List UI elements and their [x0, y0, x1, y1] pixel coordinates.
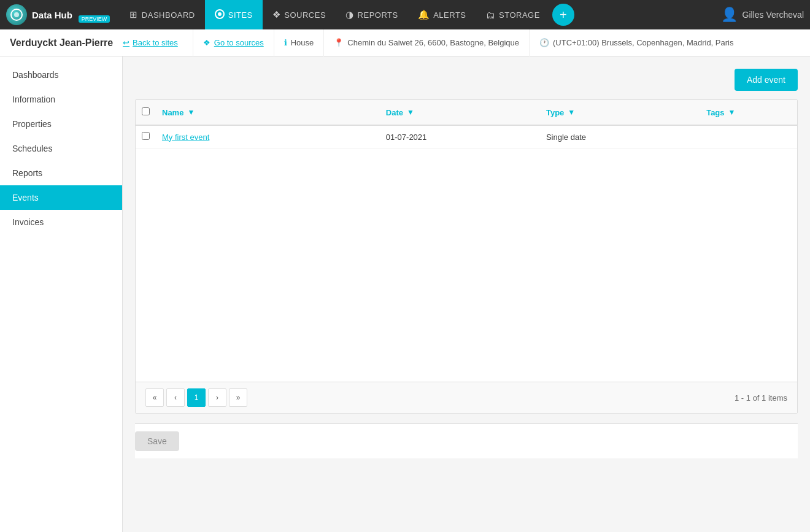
sidebar-item-schedules[interactable]: Schedules	[0, 136, 122, 161]
date-filter-icon[interactable]: ▼	[407, 108, 414, 117]
location-icon: 📍	[334, 38, 344, 47]
sources-meta-icon: ❖	[203, 38, 210, 47]
sidebar-item-reports[interactable]: Reports	[0, 161, 122, 185]
event-date: 01-07-2021	[386, 133, 427, 142]
nav-storage[interactable]: 🗂 STORAGE	[476, 0, 550, 29]
toolbar: Add event	[135, 69, 798, 91]
nav-reports-label: REPORTS	[358, 10, 398, 20]
sidebar-item-invoices[interactable]: Invoices	[0, 210, 122, 234]
sidebar-invoices-label: Invoices	[12, 217, 44, 227]
page-1-button[interactable]: 1	[187, 388, 206, 407]
sidebar-information-label: Information	[12, 94, 55, 104]
sidebar-item-information[interactable]: Information	[0, 87, 122, 112]
select-all-col	[136, 100, 156, 125]
nav-storage-label: STORAGE	[499, 10, 540, 20]
pagination: « ‹ 1 › » 1 - 1 of 1 items	[136, 382, 797, 413]
storage-icon: 🗂	[486, 10, 496, 20]
nav-sources-label: SOURCES	[284, 10, 326, 20]
nav-reports[interactable]: ◑ REPORTS	[336, 0, 408, 29]
prev-page-button[interactable]: ‹	[166, 388, 185, 407]
alerts-icon: 🔔	[418, 9, 430, 20]
clock-icon: 🕐	[539, 38, 549, 47]
sidebar-item-dashboards[interactable]: Dashboards	[0, 63, 122, 87]
site-address-item: 📍 Chemin du Saiwet 26, 6600, Bastogne, B…	[323, 29, 529, 56]
sites-icon	[215, 9, 225, 21]
logo-icon	[6, 4, 27, 25]
user-icon: 👤	[721, 7, 738, 23]
site-type-label: House	[291, 38, 314, 47]
nav-alerts-label: ALERTS	[433, 10, 466, 20]
last-page-button[interactable]: »	[229, 388, 247, 407]
table-body: My first event 01-07-2021 Single date	[136, 125, 797, 148]
reports-icon: ◑	[345, 9, 354, 20]
nav-plus-button[interactable]: +	[552, 4, 574, 26]
sidebar-item-properties[interactable]: Properties	[0, 112, 122, 136]
col-date-label: Date	[386, 108, 403, 117]
top-nav: Data Hub PREVIEW ⊞ DASHBOARD SITES ❖ SOU…	[0, 0, 810, 29]
col-header-date: Date ▼	[380, 100, 540, 125]
sidebar-schedules-label: Schedules	[12, 144, 52, 153]
dashboard-icon: ⊞	[129, 9, 138, 20]
sources-icon: ❖	[272, 9, 281, 20]
logo-text: Data Hub	[32, 10, 72, 20]
col-header-type: Type ▼	[540, 100, 700, 125]
info-icon: ℹ	[284, 38, 287, 47]
event-name-link[interactable]: My first event	[162, 133, 209, 142]
site-header: Verduyckt Jean-Pierre ↩ Back to sites ❖ …	[0, 29, 810, 56]
site-timezone-item: 🕐 (UTC+01:00) Brussels, Copenhagen, Madr…	[529, 29, 743, 56]
tags-filter-icon[interactable]: ▼	[728, 108, 736, 117]
go-to-sources-link[interactable]: Go to sources	[214, 38, 264, 47]
page-controls: « ‹ 1 › »	[145, 388, 247, 407]
add-event-button[interactable]: Add event	[735, 69, 798, 91]
back-to-sites-link[interactable]: ↩ Back to sites	[123, 38, 178, 47]
events-table-container: Name ▼ Date ▼ Type	[135, 99, 798, 414]
col-type-label: Type	[546, 108, 564, 117]
nav-sites-label: SITES	[228, 10, 253, 20]
select-all-checkbox[interactable]	[142, 107, 150, 115]
row-checkbox[interactable]	[142, 132, 150, 140]
nav-sites[interactable]: SITES	[205, 0, 263, 29]
nav-alerts[interactable]: 🔔 ALERTS	[408, 0, 476, 29]
svg-point-1	[14, 12, 19, 17]
main-layout: Dashboards Information Properties Schedu…	[0, 56, 810, 532]
nav-dashboard[interactable]: ⊞ DASHBOARD	[120, 0, 204, 29]
col-name-label: Name	[162, 108, 183, 117]
sidebar: Dashboards Information Properties Schedu…	[0, 56, 123, 532]
nav-dashboard-label: DASHBOARD	[142, 10, 195, 20]
go-to-sources-item[interactable]: ❖ Go to sources	[193, 29, 274, 56]
logo-area[interactable]: Data Hub PREVIEW	[6, 4, 110, 25]
sidebar-reports-label: Reports	[12, 168, 42, 178]
site-timezone: (UTC+01:00) Brussels, Copenhagen, Madrid…	[553, 38, 733, 47]
first-page-button[interactable]: «	[145, 388, 164, 407]
site-title: Verduyckt Jean-Pierre	[10, 37, 113, 48]
col-header-tags: Tags ▼	[700, 100, 797, 125]
back-arrow-icon: ↩	[123, 38, 129, 47]
row-tags-cell	[700, 125, 797, 148]
events-table: Name ▼ Date ▼ Type	[136, 100, 797, 148]
user-area[interactable]: 👤 Gilles Vercheval	[721, 7, 804, 23]
sidebar-events-label: Events	[12, 193, 39, 202]
col-header-name: Name ▼	[156, 100, 380, 125]
sidebar-dashboards-label: Dashboards	[12, 70, 59, 80]
event-type: Single date	[546, 133, 586, 142]
table-header: Name ▼ Date ▼ Type	[136, 100, 797, 125]
sidebar-item-events[interactable]: Events	[0, 185, 122, 210]
next-page-button[interactable]: ›	[208, 388, 226, 407]
col-tags-label: Tags	[706, 108, 724, 117]
page-info: 1 - 1 of 1 items	[735, 393, 787, 403]
table-row: My first event 01-07-2021 Single date	[136, 125, 797, 148]
type-filter-icon[interactable]: ▼	[568, 108, 575, 117]
save-bar: Save	[135, 423, 798, 458]
sidebar-properties-label: Properties	[12, 119, 52, 129]
save-button[interactable]: Save	[135, 431, 179, 451]
nav-sources[interactable]: ❖ SOURCES	[263, 0, 336, 29]
back-link-label: Back to sites	[133, 38, 178, 47]
name-filter-icon[interactable]: ▼	[187, 108, 195, 117]
row-date-cell: 01-07-2021	[380, 125, 540, 148]
row-type-cell: Single date	[540, 125, 700, 148]
svg-point-3	[218, 12, 222, 16]
row-checkbox-cell	[136, 125, 156, 148]
site-address: Chemin du Saiwet 26, 6600, Bastogne, Bel…	[347, 38, 519, 47]
user-name: Gilles Vercheval	[742, 10, 804, 20]
site-type-item: ℹ House	[274, 29, 324, 56]
